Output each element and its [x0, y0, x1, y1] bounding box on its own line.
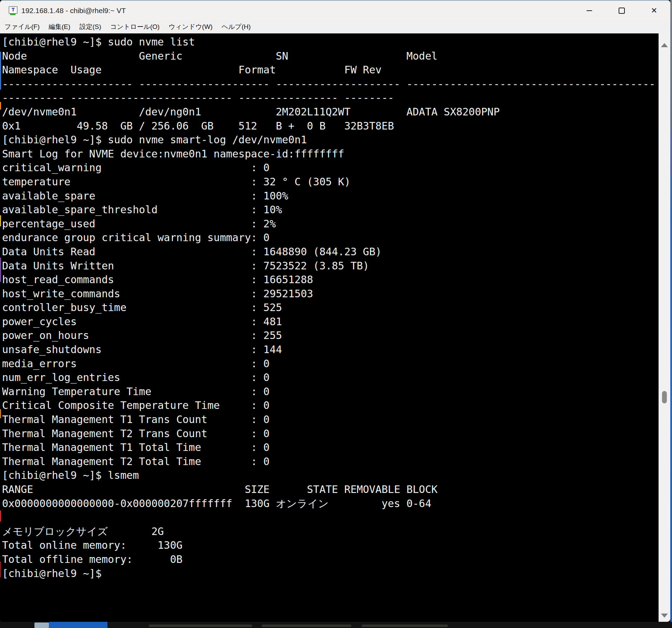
- terminal-line: [chibi@rhel9 ~]$ sudo nvme list: [2, 35, 659, 49]
- scrollbar[interactable]: [659, 33, 670, 622]
- terminal-line: available_spare : 100%: [2, 189, 659, 203]
- terminal-line: critical_warning : 0: [2, 161, 659, 175]
- terminal-line: Data Units Read : 1648890 (844.23 GB): [2, 245, 659, 259]
- terminal-line: [chibi@rhel9 ~]$ sudo nvme smart-log /de…: [2, 133, 659, 147]
- terminal-line: /dev/nvme0n1 /dev/ng0n1 2M202L11Q2WT ADA…: [2, 105, 659, 119]
- teraterm-window: T 192.168.1.48 - chibi@rhel9:~ VT ✕ ファイル…: [0, 0, 670, 622]
- terminal-line: Data Units Written : 7523522 (3.85 TB): [2, 259, 659, 273]
- terminal-line: unsafe_shutdowns : 144: [2, 343, 659, 357]
- terminal-line: temperature : 32 °C (305 K): [2, 175, 659, 189]
- terminal-line: Critical Composite Temperature Time : 0: [2, 399, 659, 413]
- screen: T 192.168.1.48 - chibi@rhel9:~ VT ✕ ファイル…: [0, 0, 672, 628]
- terminal-line: RANGE SIZE STATE REMOVABLE BLOCK: [2, 483, 659, 497]
- taskbar-chip: [49, 622, 107, 628]
- terminal-output[interactable]: [chibi@rhel9 ~]$ sudo nvme listNode Gene…: [0, 33, 659, 622]
- maximize-icon: [619, 8, 625, 14]
- terminal-line: Total online memory: 130G: [2, 538, 659, 553]
- terminal-line: Thermal Management T2 Total Time : 0: [2, 455, 659, 469]
- terminal-line: available_spare_threshold : 10%: [2, 203, 659, 217]
- desktop-edge: [670, 0, 672, 622]
- terminal-line: Thermal Management T2 Trans Count : 0: [2, 427, 659, 441]
- window-title: 192.168.1.48 - chibi@rhel9:~ VT: [21, 7, 126, 15]
- titlebar[interactable]: T 192.168.1.48 - chibi@rhel9:~ VT ✕: [0, 0, 670, 20]
- terminal-line: Smart Log for NVME device:nvme0n1 namesp…: [2, 147, 659, 161]
- terminal-line: host_read_commands : 16651288: [2, 273, 659, 287]
- menu-item-setup[interactable]: 設定(S): [75, 22, 105, 31]
- menu-item-file[interactable]: ファイル(F): [0, 22, 44, 31]
- edge-artifact: [0, 215, 1, 226]
- close-icon: ✕: [651, 7, 657, 14]
- minimize-button[interactable]: [573, 1, 606, 20]
- terminal-line: endurance group critical warning summary…: [2, 231, 659, 245]
- maximize-button[interactable]: [606, 1, 638, 20]
- terminal-line: 0x1 49.58 GB / 256.06 GB 512 B + 0 B 32B…: [2, 119, 659, 133]
- terminal-line: Warning Temperature Time : 0: [2, 385, 659, 399]
- menu-bar: ファイル(F)編集(E)設定(S)コントロール(O)ウィンドウ(W)ヘルプ(H): [0, 20, 670, 33]
- terminal-line: 0x0000000000000000-0x000000207fffffff 13…: [2, 497, 659, 511]
- terminal-line: Thermal Management T1 Total Time : 0: [2, 441, 659, 455]
- taskbar-text-remnant: [262, 625, 351, 627]
- cjk-text: メモリブロックサイズ: [2, 525, 126, 539]
- edge-artifact: [0, 409, 1, 418]
- terminal-line: num_err_log_entries : 0: [2, 371, 659, 385]
- terminal-line: Node Generic SN Model: [2, 49, 659, 63]
- terminal-line: host_write_commands : 29521503: [2, 287, 659, 301]
- menu-item-help[interactable]: ヘルプ(H): [217, 22, 255, 31]
- terminal-line: media_errors : 0: [2, 357, 659, 371]
- menu-item-control[interactable]: コントロール(O): [106, 22, 164, 31]
- terminal-line: power_on_hours : 255: [2, 329, 659, 343]
- terminal-line: Total offline memory: 0B: [2, 553, 659, 567]
- terminal-line: [chibi@rhel9 ~]$: [2, 567, 659, 581]
- taskbar-text-remnant: [149, 625, 252, 627]
- terminal-line: ---------- -------------------------- --…: [2, 91, 659, 105]
- taskbar-sliver: [0, 622, 672, 628]
- terminal-line: --------------------- ------------------…: [2, 77, 659, 91]
- scrollbar-thumb[interactable]: [662, 391, 667, 403]
- scroll-up-arrow-icon[interactable]: [661, 43, 668, 47]
- terminal-line: [chibi@rhel9 ~]$ lsmem: [2, 469, 659, 483]
- terminal-line: [2, 511, 659, 525]
- edge-artifact: [0, 258, 1, 282]
- taskbar-chip: [34, 622, 49, 628]
- terminal-line: power_cycles : 481: [2, 315, 659, 329]
- scroll-down-arrow-icon[interactable]: [661, 614, 668, 618]
- terminal-line: Thermal Management T1 Trans Count : 0: [2, 413, 659, 427]
- terminal-line: controller_busy_time : 525: [2, 301, 659, 315]
- minimize-icon: [587, 10, 592, 11]
- menu-item-window[interactable]: ウィンドウ(W): [164, 22, 217, 31]
- terminal-line: メモリブロックサイズ 2G: [2, 525, 659, 539]
- terminal-line: Namespace Usage Format FW Rev: [2, 63, 659, 77]
- edge-artifact: [0, 562, 1, 577]
- terminal-line: percentage_used : 2%: [2, 217, 659, 231]
- window-controls: ✕: [573, 1, 670, 20]
- edge-artifact: [0, 511, 1, 522]
- edge-artifact: [0, 102, 1, 110]
- edge-artifact: [0, 52, 1, 90]
- menu-item-edit[interactable]: 編集(E): [44, 22, 75, 31]
- teraterm-vt-icon[interactable]: T: [8, 6, 17, 15]
- close-button[interactable]: ✕: [638, 1, 670, 20]
- cjk-text: °: [282, 175, 294, 189]
- taskbar-text-remnant: [362, 625, 448, 627]
- cjk-text: オンライン: [276, 497, 338, 511]
